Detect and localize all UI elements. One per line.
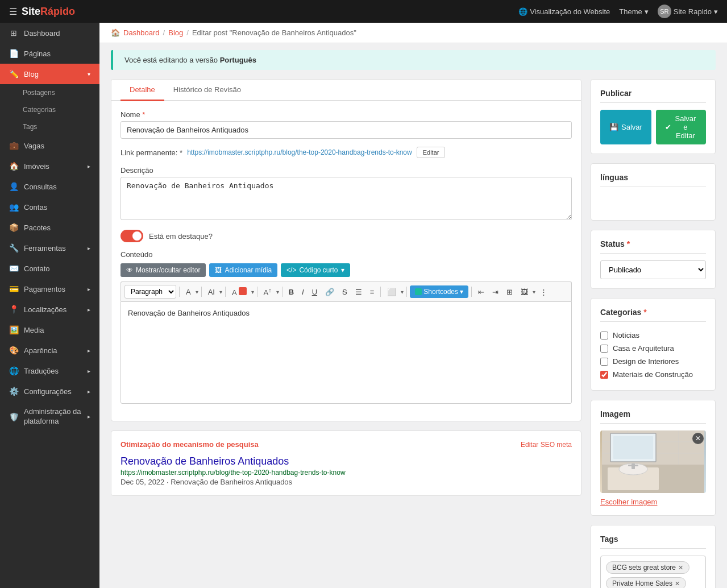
- font-family-btn[interactable]: A: [182, 285, 194, 299]
- topbar: ☰ SiteRápido 🌐 Visualização do Website T…: [0, 0, 727, 23]
- category-design: Design de Interiores: [600, 355, 706, 368]
- sidebar-item-contas[interactable]: 👥 Contas: [0, 197, 99, 217]
- choose-image-btn[interactable]: Escolher imagem: [600, 498, 657, 506]
- chevron-icon: ▸: [88, 388, 90, 395]
- ol-btn[interactable]: ≡: [367, 285, 378, 299]
- italic-btn[interactable]: I: [298, 285, 308, 299]
- sidebar-item-traducoes[interactable]: 🌐 Traduções ▸: [0, 361, 99, 381]
- category-casa-label: Casa e Arquitetura: [613, 344, 674, 353]
- tag-private-close[interactable]: ✕: [675, 580, 680, 587]
- code-icon: </>: [286, 266, 296, 274]
- chevron-icon: ▾: [88, 71, 90, 77]
- status-card: Status * Publicado Rascunho Pendente: [591, 230, 716, 289]
- image-btn[interactable]: 🖼: [517, 285, 531, 299]
- sep: /: [186, 28, 189, 37]
- table-btn[interactable]: ⊞: [503, 285, 516, 299]
- sidebar-item-pagamentos[interactable]: 💳 Pagamentos ▸: [0, 279, 99, 299]
- sidebar-subitem-tags[interactable]: Tags: [0, 118, 99, 135]
- name-input[interactable]: [121, 121, 572, 139]
- bathroom-image-svg: [600, 430, 706, 493]
- sidebar-item-ferramentas[interactable]: 🔧 Ferramentas ▸: [0, 238, 99, 258]
- name-group: Nome *: [121, 110, 572, 139]
- aparencia-icon: 🎨: [9, 346, 18, 355]
- add-media-btn[interactable]: 🖼 Adicionar mídia: [209, 263, 277, 277]
- ul-btn[interactable]: ☰: [352, 285, 365, 299]
- sidebar-item-admin[interactable]: 🛡️ Administração da plataforma ▸: [0, 401, 99, 432]
- image-box: ✕ Escolher imagem: [600, 430, 706, 506]
- name-label: Nome *: [121, 110, 572, 119]
- image-preview: ✕: [600, 430, 706, 493]
- permalink-edit-btn[interactable]: Editar: [417, 147, 446, 158]
- editor-area[interactable]: Renovação de Banheiros Antiquados: [121, 301, 572, 404]
- category-noticias-checkbox[interactable]: [600, 332, 608, 339]
- save-button[interactable]: 💾 Salvar: [600, 110, 651, 144]
- featured-toggle[interactable]: [121, 230, 143, 242]
- breadcrumb-dashboard[interactable]: Dashboard: [123, 28, 160, 37]
- view-website-btn[interactable]: 🌐 Visualização do Website: [518, 7, 610, 16]
- category-materiais-label: Materiais de Construção: [613, 370, 693, 379]
- sidebar-subitem-categorias[interactable]: Categorias: [0, 101, 99, 118]
- text-color-btn[interactable]: A: [229, 285, 250, 299]
- linguas-content: [600, 194, 706, 211]
- save-edit-button[interactable]: ✔ Salvar e Editar: [656, 110, 706, 144]
- sidebar-item-blog[interactable]: ✏️ Blog ▾: [0, 64, 99, 84]
- sidebar-item-pages[interactable]: 📄 Páginas: [0, 43, 99, 64]
- seo-card: Otimização do mecanismo de pesquisa Edit…: [111, 430, 581, 496]
- align-btn[interactable]: ⬜: [384, 285, 400, 299]
- hamburger-icon[interactable]: ☰: [9, 6, 17, 17]
- show-hide-editor-btn[interactable]: 👁 Mostrar/ocultar editor: [121, 263, 206, 277]
- theme-btn[interactable]: Theme ▾: [619, 7, 648, 16]
- seo-header: Otimização do mecanismo de pesquisa Edit…: [121, 440, 572, 449]
- more-btn[interactable]: ⋮: [537, 285, 551, 299]
- description-input[interactable]: Renovação de Banheiros Antiquados: [121, 177, 572, 220]
- language-name: Português: [220, 56, 256, 64]
- seo-title: Otimização do mecanismo de pesquisa: [121, 440, 259, 449]
- sidebar-item-media[interactable]: 🖼️ Media: [0, 320, 99, 340]
- sidebar-item-contato[interactable]: ✉️ Contato: [0, 258, 99, 279]
- sidebar-item-aparencia[interactable]: 🎨 Aparência ▸: [0, 340, 99, 361]
- underline-btn[interactable]: U: [309, 285, 321, 299]
- sidebar-item-localizacoes[interactable]: 📍 Localizações ▸: [0, 299, 99, 320]
- strikethrough-btn[interactable]: S: [339, 285, 351, 299]
- paragraph-select[interactable]: Paragraph: [124, 285, 176, 299]
- indent-btn[interactable]: ⇤: [475, 285, 488, 299]
- sidebar-item-pacotes[interactable]: 📦 Pacotes: [0, 217, 99, 238]
- font-size-btn[interactable]: AI: [205, 285, 218, 299]
- tab-detail[interactable]: Detalhe: [121, 80, 164, 101]
- category-design-label: Design de Interiores: [613, 357, 679, 366]
- save-icon: 💾: [609, 123, 618, 131]
- sidebar-item-configuracoes[interactable]: ⚙️ Configurações ▸: [0, 381, 99, 401]
- category-casa-checkbox[interactable]: [600, 345, 608, 353]
- sidebar-item-vagas[interactable]: 💼 Vagas: [0, 135, 99, 156]
- permalink-link[interactable]: https://imobmaster.scriptphp.ru/blog/the…: [187, 148, 412, 156]
- sidebar-item-dashboard[interactable]: ⊞ Dashboard: [0, 23, 99, 43]
- image-card: Imagem: [591, 400, 716, 516]
- short-code-btn[interactable]: </> Código curto ▾: [281, 263, 350, 277]
- breadcrumb-blog[interactable]: Blog: [168, 28, 183, 37]
- category-design-checkbox[interactable]: [600, 358, 608, 366]
- categories-title: Categorias *: [600, 308, 706, 322]
- content-group: Conteúdo 👁 Mostrar/ocultar editor 🖼 Adic…: [121, 250, 572, 404]
- shortcodes-btn[interactable]: Shortcodes ▾: [410, 285, 468, 298]
- language-notice: Você está editando a versão Português: [111, 50, 716, 70]
- outdent-btn[interactable]: ⇥: [489, 285, 502, 299]
- chevron-down-icon: ▾: [533, 289, 535, 295]
- sidebar-item-imoveis[interactable]: 🏠 Imóveis ▸: [0, 156, 99, 176]
- seo-edit-link[interactable]: Editar SEO meta: [521, 441, 572, 449]
- breadcrumb: 🏠 Dashboard / Blog / Editar post "Renova…: [99, 23, 727, 43]
- tag-bcg: BCG sets great store ✕: [606, 561, 689, 574]
- status-select[interactable]: Publicado Rascunho Pendente: [600, 260, 706, 279]
- bold-btn[interactable]: B: [285, 285, 297, 299]
- sidebar-item-consultas[interactable]: 👤 Consultas: [0, 176, 99, 197]
- category-materiais-checkbox[interactable]: [600, 371, 608, 379]
- sidebar-subitem-postagens[interactable]: Postagens: [0, 84, 99, 101]
- tag-bcg-close[interactable]: ✕: [678, 564, 683, 572]
- publish-buttons: 💾 Salvar ✔ Salvar e Editar: [600, 110, 706, 144]
- tab-history[interactable]: Histórico de Revisão: [164, 80, 250, 101]
- category-noticias-label: Notícias: [613, 331, 639, 339]
- image-remove-btn[interactable]: ✕: [692, 433, 704, 444]
- font-size-up-btn[interactable]: A↑: [260, 284, 275, 299]
- link-btn[interactable]: 🔗: [322, 285, 338, 299]
- user-menu[interactable]: SR Site Rapido ▾: [658, 5, 718, 18]
- breadcrumb-current: Editar post "Renovação de Banheiros Anti…: [192, 28, 356, 37]
